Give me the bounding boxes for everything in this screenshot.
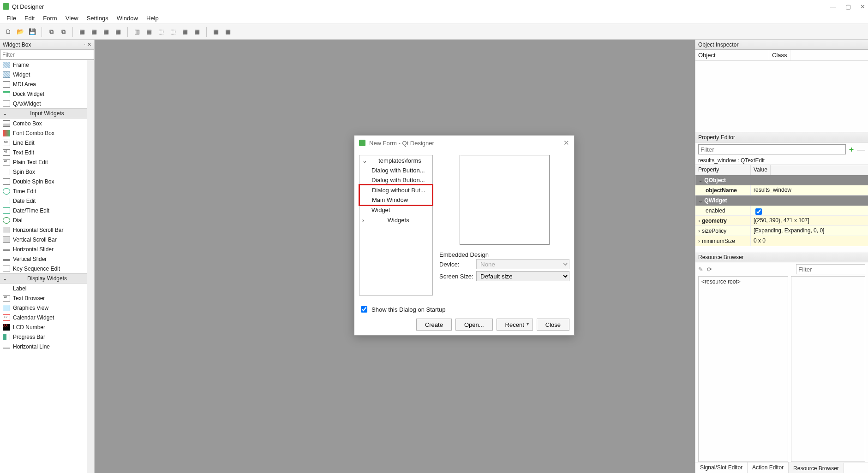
open-icon[interactable]: 📂 [15,26,26,37]
widget-item[interactable]: Horizontal Slider [0,244,87,254]
resource-tree[interactable]: <resource root> [698,276,788,462]
widget-item[interactable]: Horizontal Line [0,342,87,351]
widget-item[interactable]: LCD Number [0,322,87,332]
layout-vert-icon[interactable]: ▤ [144,26,155,37]
open-button[interactable]: Open... [455,319,493,331]
widget-item[interactable]: QAxWidget [0,99,87,108]
property-group-qobject[interactable]: ⌄ QObject [695,175,868,185]
widget-item[interactable]: MDI Area [0,79,87,89]
tab-action-editor[interactable]: Action Editor [748,462,789,473]
unpin-icon[interactable]: ▫ [84,41,86,47]
copy-icon[interactable]: ⧉ [46,26,57,37]
prop-sizepolicy-value[interactable]: [Expanding, Expanding, 0, 0] [751,226,868,236]
widget-item[interactable]: Calendar Widget [0,313,87,322]
widget-item[interactable]: Horizontal Scroll Bar [0,225,87,235]
widget-item[interactable]: Key Sequence Edit [0,264,87,273]
widget-item[interactable]: Frame [0,60,87,70]
show-on-startup-checkbox[interactable] [361,306,367,313]
menu-settings[interactable]: Settings [83,14,112,23]
tab-resource-browser[interactable]: Resource Browser [789,462,844,473]
menu-view[interactable]: View [62,14,82,23]
prop-geometry-value[interactable]: [(250, 390), 471 x 107] [751,216,868,225]
property-filter[interactable] [698,144,846,154]
scrollbar-vertical[interactable] [87,60,94,473]
edit-buddies-icon[interactable]: ▦ [101,26,112,37]
close-icon[interactable]: ✕ [860,3,865,10]
reload-icon[interactable]: ⟳ [707,266,712,273]
prop-minsize-value[interactable]: 0 x 0 [751,236,868,246]
create-button[interactable]: Create [416,319,452,331]
category-input-widgets[interactable]: ⌄Input Widgets [0,108,87,118]
layout-grid-icon[interactable]: ▦ [180,26,191,37]
layout-vert-splitter-icon[interactable]: ⬚ [168,26,179,37]
tree-category-forms[interactable]: ⌄templates\forms [359,155,432,166]
widget-item[interactable]: Font Combo Box [0,128,87,138]
break-layout-icon[interactable]: ▦ [210,26,221,37]
tree-item[interactable]: Widget [359,205,432,215]
widget-item[interactable]: Label [0,284,87,293]
prop-objectname-value[interactable]: results_window [751,185,868,195]
widget-item[interactable]: Plain Text Edit [0,157,87,167]
widget-item[interactable]: Dock Widget [0,89,87,99]
tab-signal-slot[interactable]: Signal/Slot Editor [695,462,748,473]
tree-item[interactable]: Dialog with Button... [359,175,432,185]
widget-item[interactable]: Date/Time Edit [0,206,87,215]
tree-item-main-window[interactable]: Main Window [360,195,432,205]
recent-button[interactable]: Recent [497,319,533,331]
tree-category-widgets[interactable]: ›Widgets [359,215,432,225]
prop-enabled-checkbox[interactable] [755,208,762,215]
widget-item[interactable]: Time Edit [0,186,87,196]
widget-item[interactable]: Line Edit [0,138,87,148]
add-property-icon[interactable]: ＋ [848,145,855,154]
save-icon[interactable]: 💾 [27,26,38,37]
widget-item[interactable]: Vertical Slider [0,254,87,264]
widget-item[interactable]: Combo Box [0,118,87,128]
widget-item[interactable]: Date Edit [0,196,87,206]
menu-window[interactable]: Window [113,14,142,23]
menu-file[interactable]: File [3,14,20,23]
chevron-right-icon[interactable]: › [698,218,700,224]
column-value[interactable]: Value [751,165,771,175]
widget-item[interactable]: Text Browser [0,293,87,303]
adjust-size-icon[interactable]: ▦ [222,26,233,37]
edit-resources-icon[interactable]: ✎ [698,266,703,273]
widget-item[interactable]: Vertical Scroll Bar [0,235,87,244]
device-select[interactable]: None [476,259,569,269]
tree-item[interactable]: Dialog without But... [360,185,432,195]
remove-property-icon[interactable]: — [857,145,865,154]
new-icon[interactable]: 🗋 [3,26,14,37]
menu-edit[interactable]: Edit [21,14,38,23]
widget-item[interactable]: Dial [0,215,87,225]
column-property[interactable]: Property [695,165,751,175]
widget-item[interactable]: Graphics View [0,303,87,313]
maximize-icon[interactable]: ▢ [845,3,851,10]
resource-filter[interactable] [796,264,865,274]
edit-widgets-icon[interactable]: ▦ [77,26,88,37]
edit-tab-order-icon[interactable]: ▦ [113,26,124,37]
edit-signals-icon[interactable]: ▦ [89,26,100,37]
menu-help[interactable]: Help [143,14,162,23]
widget-item[interactable]: Progress Bar [0,332,87,342]
widget-item[interactable]: Spin Box [0,167,87,177]
property-group-qwidget[interactable]: ⌄ QWidget [695,195,868,206]
minimize-icon[interactable]: — [830,3,836,10]
widget-box-filter[interactable] [0,50,94,60]
close-button[interactable]: Close [537,319,569,331]
paste-icon[interactable]: ⧉ [58,26,69,37]
chevron-right-icon[interactable]: › [698,238,700,244]
column-class[interactable]: Class [769,50,790,60]
category-display-widgets[interactable]: ⌄Display Widgets [0,273,87,284]
close-icon[interactable]: ✕ [563,139,569,147]
column-object[interactable]: Object [695,50,769,60]
layout-horiz-icon[interactable]: ▥ [132,26,143,37]
screen-size-select[interactable]: Default size [476,271,569,281]
chevron-right-icon[interactable]: › [698,228,700,234]
widget-item[interactable]: Double Spin Box [0,177,87,186]
widget-item[interactable]: Text Edit [0,148,87,157]
close-panel-icon[interactable]: ✕ [87,41,91,47]
layout-horiz-splitter-icon[interactable]: ⬚ [156,26,167,37]
widget-item[interactable]: Widget [0,70,87,79]
menu-form[interactable]: Form [39,14,60,23]
layout-form-icon[interactable]: ▦ [192,26,203,37]
tree-item[interactable]: Dialog with Button... [359,166,432,175]
